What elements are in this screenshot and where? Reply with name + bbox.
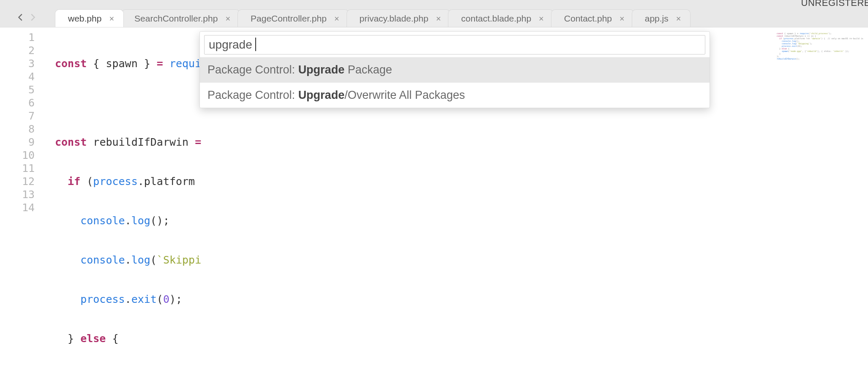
tab-label: contact.blade.php: [461, 14, 531, 24]
close-icon[interactable]: ×: [109, 14, 114, 23]
palette-results: Package Control: Upgrade Package Package…: [200, 57, 710, 108]
code-line: process.exit(0);: [55, 293, 868, 306]
code-line: const rebuildIfDarwin =: [55, 136, 868, 149]
close-icon[interactable]: ×: [225, 14, 230, 23]
palette-item-suffix: Package: [344, 63, 392, 76]
minimap[interactable]: const { spawn } = require('child_process…: [775, 30, 864, 81]
line-number: 8: [0, 122, 35, 136]
close-icon[interactable]: ×: [676, 14, 681, 23]
tab-pagecontroller[interactable]: PageController.php ×: [237, 9, 349, 27]
tabs-container: web.php × SearchController.php × PageCon…: [55, 9, 688, 27]
palette-search-input[interactable]: [204, 35, 705, 54]
code-line: console.log();: [55, 214, 868, 227]
tab-privacy-blade[interactable]: privacy.blade.php ×: [347, 9, 451, 27]
tab-label: privacy.blade.php: [360, 14, 429, 24]
palette-item-highlight: Upgrade: [298, 63, 345, 76]
line-number: 10: [0, 149, 35, 162]
code-line: if (process.platform: [55, 175, 868, 188]
line-number: 9: [0, 136, 35, 149]
command-palette: Package Control: Upgrade Package Package…: [199, 31, 710, 108]
tab-label: Contact.php: [564, 14, 612, 24]
palette-item-prefix: Package Control:: [207, 63, 298, 76]
line-number: 4: [0, 70, 35, 83]
code-line: } else {: [55, 332, 868, 345]
app-root: UNREGISTERE web.php × SearchController.p…: [0, 0, 868, 370]
line-number: 13: [0, 188, 35, 201]
line-number: 5: [0, 83, 35, 96]
line-number: 7: [0, 109, 35, 122]
line-number: 12: [0, 175, 35, 188]
tab-label: app.js: [645, 14, 669, 24]
close-icon[interactable]: ×: [436, 14, 441, 23]
close-icon[interactable]: ×: [334, 14, 339, 23]
nav-forward-icon[interactable]: [28, 13, 37, 24]
line-number: 11: [0, 162, 35, 175]
palette-item-prefix: Package Control:: [207, 89, 298, 101]
tab-bar: web.php × SearchController.php × PageCon…: [0, 8, 868, 27]
line-number: 3: [0, 57, 35, 70]
palette-input-wrap: [200, 32, 710, 57]
close-icon[interactable]: ×: [620, 14, 625, 23]
palette-item-suffix: /Overwrite All Packages: [344, 89, 465, 101]
palette-item-highlight: Upgrade: [298, 89, 345, 101]
tab-label: SearchController.php: [134, 14, 218, 24]
line-number: 1: [0, 31, 35, 44]
nav-back-icon[interactable]: [16, 13, 25, 24]
line-number: 14: [0, 201, 35, 214]
palette-item-upgrade-overwrite-all[interactable]: Package Control: Upgrade/Overwrite All P…: [200, 82, 710, 108]
tab-contact-php[interactable]: Contact.php ×: [551, 9, 634, 27]
line-number: 6: [0, 96, 35, 109]
tab-label: web.php: [68, 14, 101, 24]
tab-label: PageController.php: [251, 14, 327, 24]
tab-searchcontroller[interactable]: SearchController.php ×: [121, 9, 240, 27]
line-number: 2: [0, 44, 35, 57]
tab-app-js[interactable]: app.js ×: [632, 9, 691, 27]
unregistered-label: UNREGISTERE: [801, 0, 868, 8]
palette-item-upgrade-package[interactable]: Package Control: Upgrade Package: [200, 57, 710, 82]
close-icon[interactable]: ×: [539, 14, 544, 23]
line-gutter: 1 2 3 4 5 6 7 8 9 10 11 12 13 14: [0, 27, 42, 370]
tab-contact-blade[interactable]: contact.blade.php ×: [448, 9, 553, 27]
text-cursor: [255, 38, 256, 51]
nav-arrows: [16, 13, 37, 24]
code-line: console.log(`Skippi: [55, 253, 868, 267]
window-top-strip: UNREGISTERE: [0, 0, 868, 8]
tab-web-php[interactable]: web.php ×: [55, 9, 124, 27]
